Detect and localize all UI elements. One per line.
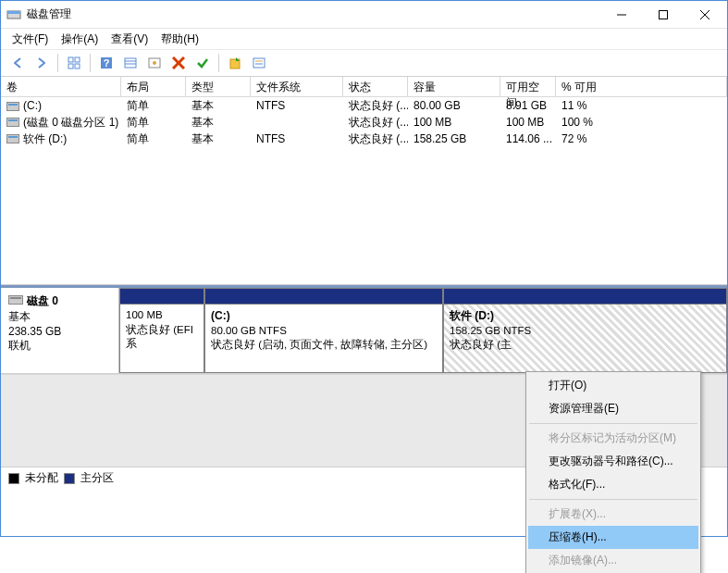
svg-rect-10: [101, 57, 112, 69]
window-title: 磁盘管理: [27, 6, 600, 22]
help-icon[interactable]: ?: [95, 52, 117, 74]
svg-rect-6: [68, 57, 73, 62]
toolbar: ?: [1, 49, 727, 77]
disk-mgmt-icon: [6, 7, 21, 22]
svg-rect-20: [253, 58, 265, 68]
menu-view[interactable]: 查看(V): [107, 30, 152, 49]
col-free[interactable]: 可用空间: [500, 77, 556, 96]
svg-rect-8: [68, 64, 73, 69]
cm-mark-active: 将分区标记为活动分区(M): [528, 427, 698, 450]
svg-line-17: [173, 57, 184, 69]
cm-shrink[interactable]: 压缩卷(H)...: [528, 526, 698, 549]
delete-icon[interactable]: [167, 52, 190, 74]
disk-size: 238.35 GB: [8, 325, 111, 338]
menu-help[interactable]: 帮助(H): [157, 30, 203, 49]
svg-rect-12: [125, 58, 136, 68]
maximize-button[interactable]: [642, 2, 684, 28]
properties-icon[interactable]: [248, 52, 270, 74]
svg-rect-9: [75, 64, 80, 69]
cm-extend: 扩展卷(X)...: [528, 503, 698, 526]
svg-text:?: ?: [104, 57, 110, 69]
partition-d[interactable]: 软件 (D:) 158.25 GB NTFS 状态良好 (主: [443, 288, 727, 373]
cm-open[interactable]: 打开(O): [528, 374, 698, 397]
volume-row[interactable]: 软件 (D:)简单基本NTFS状态良好 (...158.25 GB114.06 …: [1, 131, 727, 147]
legend-primary: 主分区: [80, 470, 114, 486]
svg-rect-1: [7, 11, 20, 14]
list-view-icon[interactable]: [119, 52, 142, 74]
partition-c[interactable]: (C:) 80.00 GB NTFS 状态良好 (启动, 页面文件, 故障转储,…: [204, 288, 443, 373]
cm-format[interactable]: 格式化(F)...: [528, 473, 698, 496]
column-headers: 卷 布局 类型 文件系统 状态 容量 可用空间 % 可用: [1, 77, 727, 97]
window-controls: [600, 2, 725, 28]
volume-row[interactable]: (C:)简单基本NTFS状态良好 (...80.00 GB8.91 GB11 %: [1, 97, 727, 114]
svg-rect-3: [659, 10, 667, 19]
back-button[interactable]: [6, 52, 29, 74]
menubar: 文件(F) 操作(A) 查看(V) 帮助(H): [1, 29, 727, 49]
disk-partitions: 100 MB 状态良好 (EFI 系 (C:) 80.00 GB NTFS 状态…: [119, 288, 727, 373]
volume-row[interactable]: (磁盘 0 磁盘分区 1)简单基本状态良好 (...100 MB100 MB10…: [1, 114, 727, 131]
settings-icon[interactable]: [143, 52, 166, 74]
disk-type: 基本: [8, 309, 111, 325]
col-layout[interactable]: 布局: [121, 77, 186, 96]
disk-state: 联机: [8, 338, 111, 354]
svg-rect-0: [7, 11, 20, 19]
menu-actions[interactable]: 操作(A): [57, 30, 102, 49]
svg-rect-7: [75, 57, 80, 62]
volume-icon: [6, 102, 19, 111]
disk-label: 磁盘 0: [27, 294, 58, 307]
col-status[interactable]: 状态: [343, 77, 408, 96]
partition-efi[interactable]: 100 MB 状态良好 (EFI 系: [119, 288, 204, 373]
col-filesystem[interactable]: 文件系统: [251, 77, 343, 96]
col-type[interactable]: 类型: [186, 77, 251, 96]
col-percent[interactable]: % 可用: [556, 77, 727, 96]
close-button[interactable]: [684, 2, 725, 28]
disk-icon: [8, 295, 23, 305]
check-icon[interactable]: [191, 52, 214, 74]
svg-rect-19: [230, 59, 240, 69]
disk-row: 磁盘 0 基本 238.35 GB 联机 100 MB 状态良好 (EFI 系 …: [1, 288, 727, 374]
svg-point-16: [153, 61, 156, 65]
svg-line-5: [700, 10, 709, 19]
legend-unallocated: 未分配: [25, 470, 58, 486]
col-volume[interactable]: 卷: [1, 77, 121, 96]
volume-icon: [6, 134, 19, 143]
svg-line-4: [700, 10, 709, 19]
cm-explorer[interactable]: 资源管理器(E): [528, 397, 698, 420]
svg-line-18: [173, 57, 184, 69]
menu-file[interactable]: 文件(F): [8, 30, 52, 49]
context-menu: 打开(O) 资源管理器(E) 将分区标记为活动分区(M) 更改驱动器号和路径(C…: [525, 371, 701, 573]
svg-rect-15: [149, 58, 160, 68]
refresh-icon[interactable]: [224, 52, 246, 74]
volume-icon: [6, 118, 19, 127]
swatch-primary: [64, 473, 75, 484]
forward-button[interactable]: [31, 52, 53, 74]
volume-list: 卷 布局 类型 文件系统 状态 容量 可用空间 % 可用 (C:)简单基本NTF…: [1, 77, 727, 285]
minimize-button[interactable]: [600, 2, 642, 28]
titlebar: 磁盘管理: [1, 1, 727, 29]
swatch-unallocated: [8, 473, 19, 484]
disk-info[interactable]: 磁盘 0 基本 238.35 GB 联机: [1, 288, 119, 373]
col-capacity[interactable]: 容量: [408, 77, 500, 96]
cm-mirror: 添加镜像(A)...: [528, 549, 698, 572]
grid-view-icon[interactable]: [63, 52, 85, 74]
cm-change-letter[interactable]: 更改驱动器号和路径(C)...: [528, 450, 698, 473]
